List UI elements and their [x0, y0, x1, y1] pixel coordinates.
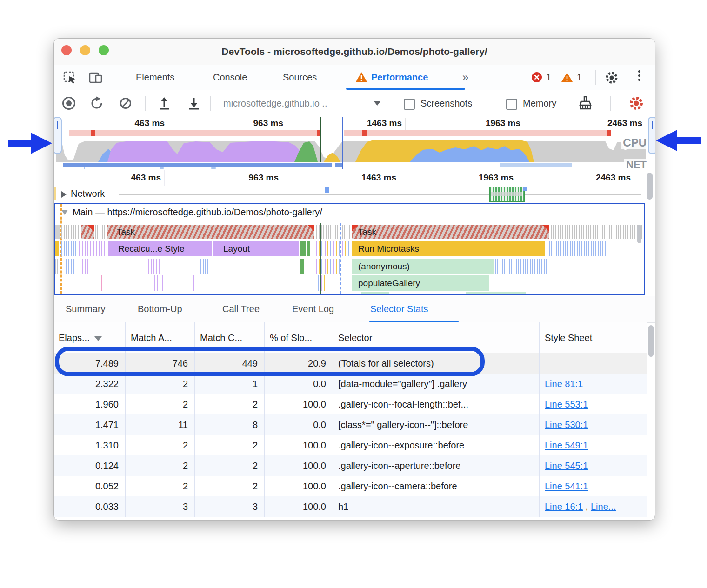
header-style-sheet[interactable]: Style Sheet [545, 322, 642, 353]
overview-tick [405, 118, 406, 130]
upload-profile-icon[interactable] [157, 96, 171, 110]
timeline-overview[interactable]: 463 ms 963 ms 1463 ms 1963 ms 2463 ms [54, 117, 655, 171]
paint-bar[interactable] [300, 259, 304, 274]
tab-event-log[interactable]: Event Log [292, 296, 334, 322]
header-match-attempts[interactable]: Match A... [131, 322, 193, 353]
memory-checkbox[interactable] [506, 99, 517, 110]
tab-summary[interactable]: Summary [66, 296, 106, 322]
table-row[interactable]: 1.310 2 2 100.0 .gallery-icon--exposure:… [54, 435, 647, 455]
tab-performance[interactable]: Performance [371, 65, 428, 90]
kebab-menu-icon[interactable] [636, 68, 642, 83]
column-divider [647, 322, 647, 517]
sort-desc-icon [94, 336, 102, 341]
flame-row-4: populateGallery [55, 275, 643, 291]
table-row[interactable]: 0.124 2 2 100.0 .gallery-icon--aperture:… [54, 455, 647, 476]
stylesheet-link-separator: , [583, 501, 591, 512]
window-title: DevTools - microsoftedge.github.io/Demos… [54, 39, 655, 65]
header-match-count[interactable]: Match C... [200, 322, 262, 353]
tab-elements[interactable]: Elements [136, 65, 174, 90]
run-microtasks-bar[interactable]: Run Microtasks [352, 241, 545, 256]
history-caret-icon[interactable] [374, 101, 380, 106]
reload-icon[interactable] [90, 96, 104, 110]
tracks-scrollbar-thumb[interactable] [647, 173, 653, 200]
task-bar-partial[interactable] [55, 241, 59, 256]
flame-scrollbar-thumb[interactable] [637, 225, 641, 243]
settings-gear-icon[interactable] [605, 71, 619, 85]
header-pct-slow[interactable]: % of Slo... [270, 322, 331, 353]
cpu-activity-chart[interactable] [56, 136, 652, 162]
header-selector[interactable]: Selector [338, 322, 534, 353]
more-tabs-chevron[interactable]: » [462, 65, 468, 90]
table-row[interactable]: 0.033 3 3 100.0 h1 Line 16:1 , Line... [54, 496, 647, 517]
download-profile-icon[interactable] [187, 96, 201, 110]
stylesheet-link[interactable]: Line 553:1 [545, 399, 588, 409]
stylesheet-link[interactable]: Line... [591, 501, 616, 512]
memory-label[interactable]: Memory [523, 90, 556, 117]
tab-selector-stats[interactable]: Selector Stats [370, 296, 428, 322]
garbage-collect-icon[interactable] [578, 96, 594, 112]
devtools-tabbar: Elements Console Sources Performance » 1… [54, 65, 655, 90]
table-row-totals[interactable]: 7.489 746 449 20.9 (Totals for all selec… [54, 353, 647, 374]
tab-call-tree[interactable]: Call Tree [222, 296, 260, 322]
table-row[interactable]: 0.052 2 2 100.0 .gallery-icon--camera::b… [54, 476, 647, 496]
warning-badge-icon[interactable] [561, 72, 573, 83]
net-activity-tick [160, 167, 164, 169]
devtools-window: DevTools - microsoftedge.github.io/Demos… [53, 38, 655, 521]
paint-bar[interactable] [307, 241, 310, 256]
long-task-bar[interactable]: Task [107, 225, 314, 239]
net-activity-bar [335, 163, 342, 167]
main-thread-track[interactable]: Main — https://microsoftedge.github.io/D… [54, 203, 645, 295]
tab-console[interactable]: Console [213, 65, 247, 90]
anonymous-function-bar[interactable]: (anonymous) [352, 259, 494, 274]
flame-row-2: Recalcu...e Style Layout Run Microtasks [55, 241, 643, 256]
layout-bar[interactable]: Layout [213, 241, 299, 256]
history-selector[interactable]: microsoftedge.github.io .. [223, 90, 327, 117]
network-track[interactable]: Network [54, 186, 655, 203]
net-activity-bar [63, 163, 332, 167]
recalculate-style-bar[interactable]: Recalcu...e Style [107, 241, 212, 256]
capture-settings-gear-icon[interactable] [629, 96, 644, 111]
long-task-bar[interactable] [81, 225, 94, 239]
column-divider [125, 322, 126, 517]
clear-icon[interactable] [120, 98, 131, 109]
tab-bottom-up[interactable]: Bottom-Up [138, 296, 182, 322]
network-request-block-mid [491, 192, 522, 196]
warning-count[interactable]: 1 [577, 65, 582, 90]
performance-toolbar: microsoftedge.github.io .. Screenshots M… [54, 90, 655, 117]
network-request-marker [327, 187, 327, 202]
error-count[interactable]: 1 [546, 65, 551, 90]
stylesheet-link[interactable]: Line 545:1 [545, 461, 588, 471]
stylesheet-link[interactable]: Line 16:1 [545, 501, 583, 512]
column-divider [194, 322, 195, 517]
overview-tick-label: 463 ms [110, 117, 165, 129]
grid-scrollbar-thumb[interactable] [648, 325, 654, 357]
titlebar: DevTools - microsoftedge.github.io/Demos… [54, 39, 655, 65]
table-row[interactable]: 2.322 2 1 0.0 [data-module="gallery"] .g… [54, 374, 647, 394]
task-bar-partial[interactable] [55, 225, 60, 239]
tracks-ruler: 463 ms 963 ms 1463 ms 1963 ms 2463 ms [54, 170, 655, 186]
populate-gallery-bar[interactable]: populateGallery [352, 275, 489, 291]
main-track-label: Main — https://microsoftedge.github.io/D… [73, 207, 322, 218]
main-disclosure-icon[interactable] [61, 210, 68, 215]
stylesheet-link[interactable]: Line 530:1 [545, 420, 588, 430]
screenshots-checkbox[interactable] [404, 99, 415, 110]
network-disclosure-icon[interactable] [61, 191, 67, 198]
paint-bar[interactable] [300, 241, 306, 256]
inspect-icon[interactable] [63, 71, 77, 84]
long-task-marker [607, 130, 611, 136]
activity-tick [101, 275, 102, 291]
table-row[interactable]: 1.471 11 8 0.0 [class*=" gallery-icon--"… [54, 414, 647, 435]
stylesheet-link[interactable]: Line 549:1 [545, 440, 588, 450]
long-task-bar[interactable]: Task [352, 225, 549, 239]
table-row[interactable]: 1.960 2 2 100.0 .gallery-icon--focal-len… [54, 394, 647, 414]
tab-sources[interactable]: Sources [283, 65, 317, 90]
device-toolbar-icon[interactable] [89, 71, 104, 84]
long-task-strip [69, 130, 321, 136]
error-badge-icon[interactable] [531, 72, 542, 83]
overview-tick-label: 2463 ms [583, 117, 642, 129]
stylesheet-link[interactable]: Line 541:1 [545, 481, 588, 491]
screenshots-label[interactable]: Screenshots [420, 90, 472, 117]
header-elapsed[interactable]: Elaps... [59, 322, 124, 353]
activity-stripes [82, 259, 89, 274]
stylesheet-link[interactable]: Line 81:1 [545, 379, 583, 389]
